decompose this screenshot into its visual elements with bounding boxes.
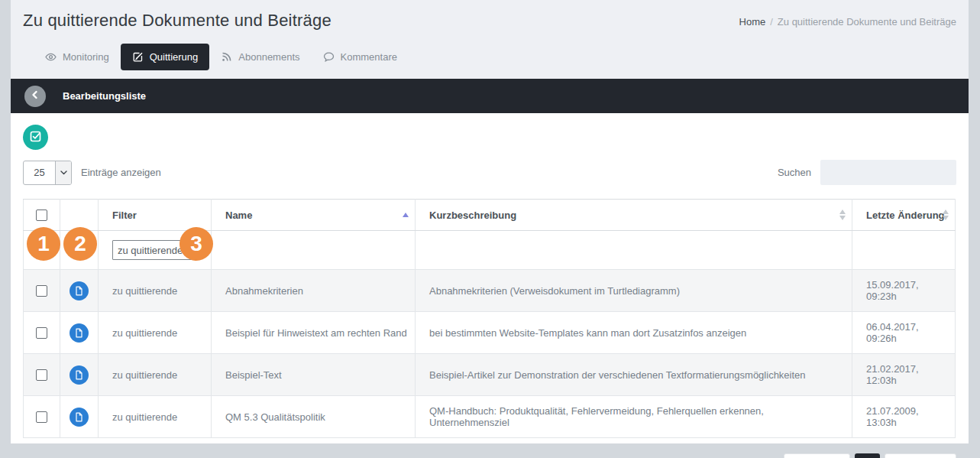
rss-icon (221, 51, 232, 63)
tab-monitoring[interactable]: Monitoring (34, 44, 121, 70)
page-size-label: Einträge anzeigen (81, 167, 161, 178)
header-filter[interactable]: Filter (99, 200, 212, 231)
tab-monitoring-label: Monitoring (63, 51, 109, 63)
row-name: Abnahmekriterien (212, 270, 416, 312)
row-modified: 21.07.2009, 13:03h (852, 396, 956, 438)
row-checkbox[interactable] (36, 327, 47, 339)
tab-quittierung[interactable]: Quittierung (121, 44, 210, 70)
row-name: Beispiel für Hinweistext am rechten Rand (212, 312, 416, 354)
row-filter: zu quittierende (99, 312, 212, 354)
row-modified: 06.04.2017, 09:26h (852, 312, 956, 354)
content-card: 25 Einträge anzeigen Suchen (11, 113, 969, 443)
documents-table: Filter Name Kurzbeschreibung Letzte Ände… (23, 199, 956, 438)
search-label: Suchen (778, 167, 811, 178)
chevron-left-icon (30, 89, 40, 102)
sort-both-icon (839, 210, 846, 220)
row-description: Abnahmekriterien (Verweisdokument im Tur… (416, 270, 852, 312)
row-filter: zu quittierende (99, 270, 212, 312)
comment-icon (323, 51, 335, 63)
document-icon[interactable] (70, 281, 89, 300)
screen: Zu quittierende Dokumente und Beiträge H… (0, 0, 980, 458)
document-icon[interactable] (70, 408, 89, 427)
page-size-value: 25 (24, 161, 55, 184)
chevron-down-icon (55, 161, 71, 184)
table-header-row: Filter Name Kurzbeschreibung Letzte Ände… (24, 200, 956, 231)
pagination-prev-button[interactable]: ← Zurück (784, 453, 849, 458)
annotation-circle-1: 1 (27, 227, 60, 261)
row-filter: zu quittierende (99, 396, 212, 438)
tab-abonnements[interactable]: Abonnements (209, 44, 311, 70)
row-description: Beispiel-Artikel zur Demonstration der v… (416, 354, 852, 396)
breadcrumb-home-link[interactable]: Home (739, 16, 766, 28)
header-icon-cell (60, 200, 99, 231)
search-input[interactable] (820, 160, 956, 185)
table-row[interactable]: zu quittierende Beispiel-Text Beispiel-A… (24, 354, 956, 396)
select-all-checkbox[interactable] (36, 210, 47, 221)
annotation-circle-2: 2 (63, 227, 97, 261)
row-checkbox[interactable] (36, 411, 47, 423)
filter-row-name-cell (212, 231, 416, 270)
back-button[interactable] (24, 86, 46, 107)
table-row[interactable]: zu quittierende QM 5.3 Qualitätspolitik … (24, 396, 956, 438)
filter-row (24, 231, 956, 270)
row-name: Beispiel-Text (212, 354, 416, 396)
header-kurzbeschreibung[interactable]: Kurzbeschreibung (416, 200, 852, 231)
page-container: Zu quittierende Dokumente und Beiträge H… (11, 0, 969, 443)
row-modified: 21.02.2017, 12:03h (852, 354, 956, 396)
page-size-select[interactable]: 25 (23, 161, 72, 185)
breadcrumb-current: Zu quittierende Dokumente und Beiträge (778, 16, 956, 28)
pagination: ← Zurück 1 Nächste → (784, 453, 956, 458)
tab-kommentare[interactable]: Kommentare (312, 44, 409, 70)
row-checkbox[interactable] (36, 369, 47, 381)
tab-kommentare-label: Kommentare (341, 51, 397, 63)
row-description: bei bestimmten Website-Templates kann ma… (416, 312, 852, 354)
filter-row-desc-cell (416, 231, 852, 270)
select-all-button[interactable] (23, 125, 48, 150)
annotation-circle-3: 3 (180, 227, 213, 261)
page-size-control: 25 Einträge anzeigen (23, 161, 161, 185)
page-header: Zu quittierende Dokumente und Beiträge H… (11, 0, 969, 79)
row-filter: zu quittierende (99, 354, 212, 396)
check-square-icon (29, 130, 42, 145)
header-letzte-aenderung[interactable]: Letzte Änderung (852, 200, 956, 231)
filter-row-date-cell (852, 231, 956, 270)
document-icon[interactable] (70, 365, 89, 385)
edit-icon (132, 51, 144, 63)
pagination-next-button[interactable]: Nächste → (885, 453, 956, 458)
breadcrumb: Home/Zu quittierende Dokumente und Beitr… (739, 16, 956, 28)
pagination-page-1-button[interactable]: 1 (855, 453, 880, 458)
search-control: Suchen (778, 160, 956, 185)
tab-quittierung-label: Quittierung (150, 51, 199, 63)
table-row[interactable]: zu quittierende Abnahmekriterien Abnahme… (24, 270, 956, 312)
table-row[interactable]: zu quittierende Beispiel für Hinweistext… (24, 312, 956, 354)
tab-abonnements-label: Abonnements (238, 51, 299, 63)
tab-bar: Monitoring Quittierung Abonnements (34, 44, 956, 70)
table-controls: 25 Einträge anzeigen Suchen (23, 160, 956, 185)
panel-title: Bearbeitungsliste (63, 90, 146, 102)
row-description: QM-Handbuch: Produktqualität, Fehlerverm… (416, 396, 852, 438)
row-name: QM 5.3 Qualitätspolitik (212, 396, 416, 438)
sort-asc-icon (403, 213, 409, 217)
table-footer: 1 bis 4 von 4 Einträgen ← Zurück 1 Nächs… (23, 453, 956, 458)
panel-bar: Bearbeitungsliste (11, 79, 969, 113)
eye-icon (45, 51, 57, 63)
row-checkbox[interactable] (36, 285, 47, 297)
header-name[interactable]: Name (212, 200, 416, 231)
row-modified: 15.09.2017, 09:23h (852, 270, 956, 312)
document-icon[interactable] (70, 323, 89, 343)
breadcrumb-separator: / (770, 16, 773, 28)
sort-both-icon (943, 210, 949, 220)
header-select-all-cell (24, 200, 60, 231)
